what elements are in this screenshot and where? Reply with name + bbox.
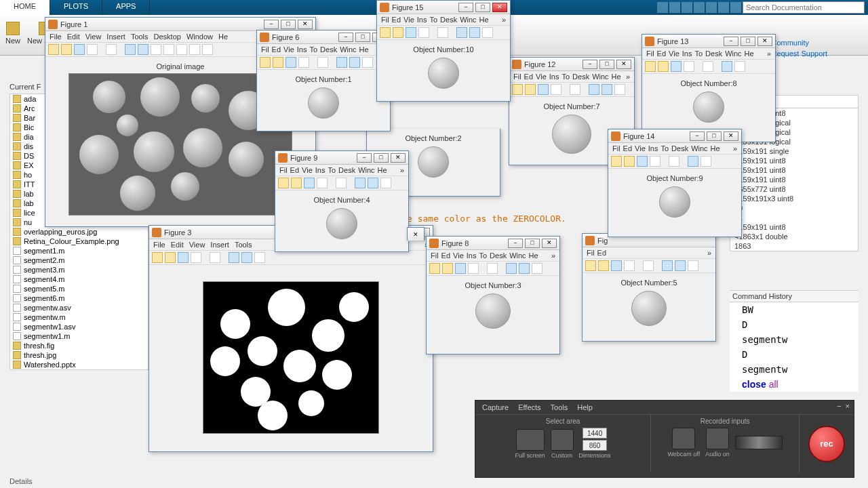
open-icon[interactable]	[442, 263, 453, 274]
zoom-out-icon[interactable]	[675, 260, 686, 271]
brush-icon[interactable]	[482, 27, 493, 38]
menu-item[interactable]: To	[660, 144, 669, 152]
new-icon[interactable]	[152, 252, 163, 263]
pointer-icon[interactable]	[210, 252, 220, 263]
datacursor-icon[interactable]	[176, 44, 187, 55]
menu-item[interactable]: Desk	[572, 73, 589, 81]
save-icon[interactable]	[74, 44, 85, 55]
maximize-button[interactable]: □	[281, 20, 296, 29]
menu-item[interactable]: To	[309, 45, 317, 54]
figure-peek[interactable]: ✕	[407, 227, 425, 241]
history-entry[interactable]: segmentw	[730, 332, 859, 347]
pan-icon[interactable]	[151, 44, 161, 55]
history-entry[interactable]: D	[730, 347, 859, 362]
maximize-button[interactable]: □	[707, 131, 722, 141]
new-script-button[interactable]: New	[5, 22, 20, 45]
new-icon[interactable]	[512, 84, 523, 95]
zoom-out-icon[interactable]	[469, 27, 480, 38]
file-row[interactable]: segmentw.m	[10, 312, 148, 322]
recorder-menu[interactable]: Capture Effects Tools Help	[475, 401, 854, 415]
menu-item[interactable]: Ed	[392, 16, 401, 24]
figure-6-window[interactable]: Figure 6 −□✕ FilEdVieInsToDeskWincHe» Ob…	[256, 30, 391, 131]
menu-item[interactable]: To	[328, 166, 336, 174]
file-row[interactable]: thresh.fig	[10, 341, 148, 350]
menu-more-icon[interactable]: »	[400, 166, 404, 174]
file-row[interactable]: segment3.m	[10, 265, 148, 274]
menu-tools[interactable]: Tools	[551, 403, 568, 411]
figure-13-window[interactable]: Figure 13 −□✕ FilEdVieInsToDeskWincHe» O…	[642, 34, 776, 142]
menu-item[interactable]: Desk	[705, 49, 722, 58]
menu-item[interactable]: Vie	[635, 144, 646, 152]
minimize-button[interactable]: −	[264, 20, 279, 29]
figure-menubar[interactable]: FilEdVieInsToDeskWincHe»	[377, 14, 510, 26]
save-icon[interactable]	[611, 260, 622, 271]
workspace-row[interactable]: 1863	[730, 241, 858, 251]
menu-item[interactable]: Vie	[302, 166, 313, 174]
menu-more-icon[interactable]: »	[626, 73, 630, 81]
menu-effects[interactable]: Effects	[518, 403, 540, 411]
menu-item[interactable]: Ed	[623, 144, 632, 152]
menu-item[interactable]: Edit	[171, 241, 184, 249]
zoom-in-icon[interactable]	[688, 156, 698, 167]
menu-item[interactable]: To	[561, 73, 570, 81]
close-button[interactable]: ✕	[413, 231, 418, 238]
search-input[interactable]	[743, 1, 865, 14]
figure-9-window[interactable]: Figure 9 −□✕ FilEdVieInsToDeskWincHe» Ob…	[275, 150, 409, 252]
new-icon[interactable]	[380, 27, 391, 38]
open-icon[interactable]	[165, 252, 176, 263]
menu-more-icon[interactable]: »	[551, 251, 555, 260]
screen-recorder-window[interactable]: −× Capture Effects Tools Help Select are…	[475, 400, 854, 478]
tab-apps[interactable]: APPS	[102, 0, 150, 15]
menu-item[interactable]: He	[612, 73, 621, 81]
open-icon[interactable]	[598, 260, 609, 271]
zoom-out-icon[interactable]	[138, 44, 149, 55]
file-row[interactable]: segmentw1.asv	[10, 322, 148, 331]
pointer-icon[interactable]	[317, 57, 328, 68]
menu-item[interactable]: Ed	[272, 45, 281, 54]
open-icon[interactable]	[624, 156, 635, 167]
save-icon[interactable]	[406, 27, 416, 38]
file-row[interactable]: segment2.m	[10, 256, 148, 265]
ribbon-icon[interactable]	[694, 2, 705, 13]
close-button[interactable]: ✕	[391, 153, 406, 163]
print-icon[interactable]	[684, 61, 694, 72]
menu-item[interactable]: Ins	[682, 49, 692, 58]
open-icon[interactable]	[393, 27, 403, 38]
ribbon-icon[interactable]	[669, 2, 680, 13]
pointer-icon[interactable]	[669, 156, 679, 167]
ribbon-icon[interactable]	[657, 2, 668, 13]
maximize-button[interactable]: □	[525, 239, 540, 248]
workspace-row[interactable]: 51	[730, 213, 858, 222]
print-icon[interactable]	[468, 263, 479, 274]
menu-item[interactable]: Fil	[279, 166, 288, 174]
print-icon[interactable]	[650, 156, 660, 167]
menu-item[interactable]: Vie	[536, 73, 547, 81]
figure-15-window[interactable]: Figure 15 −□✕ FilEdVieInsToDeskWincHe» O…	[376, 0, 511, 102]
minimize-button[interactable]: −	[508, 239, 523, 248]
fullscreen-button[interactable]: Full screen	[515, 429, 545, 459]
menu-item[interactable]: Winc	[358, 166, 374, 174]
menu-item[interactable]: Fil	[261, 45, 269, 54]
menu-item[interactable]: Ed	[657, 49, 666, 58]
menu-item[interactable]: He	[359, 45, 369, 54]
figure-menubar[interactable]: FilEdVieInsToDeskWincHe»	[608, 143, 741, 155]
menu-item[interactable]: He	[479, 16, 489, 24]
zoom-in-icon[interactable]	[125, 44, 136, 55]
brush-icon[interactable]	[532, 263, 542, 274]
figure-toolbar[interactable]	[509, 83, 634, 97]
pointer-icon[interactable]	[106, 44, 117, 55]
zoom-in-icon[interactable]	[336, 57, 347, 68]
menu-item[interactable]: He	[378, 166, 387, 174]
brush-icon[interactable]	[362, 57, 373, 68]
figure-toolbar[interactable]	[149, 251, 433, 265]
menu-item[interactable]: View	[189, 241, 205, 249]
zoom-in-icon[interactable]	[589, 84, 599, 95]
height-input[interactable]	[583, 440, 607, 451]
ribbon-icon[interactable]	[682, 2, 692, 13]
print-icon[interactable]	[87, 44, 98, 55]
close-button[interactable]: ✕	[757, 37, 772, 46]
menu-item[interactable]: Ed	[597, 249, 606, 257]
workspace-row[interactable]: 10	[730, 203, 858, 213]
history-entry[interactable]: segmentw	[730, 362, 859, 377]
file-row[interactable]: overlapping_euros.jpg	[10, 227, 148, 237]
